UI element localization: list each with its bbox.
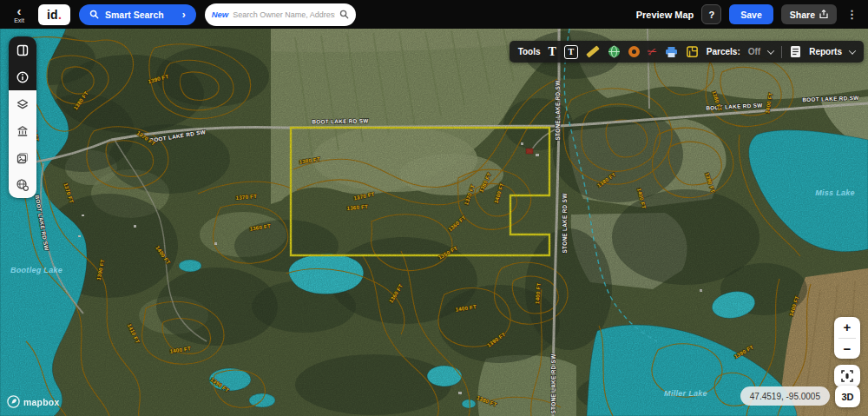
- search-box[interactable]: New: [205, 3, 356, 26]
- focus-icon: [841, 370, 853, 382]
- map-canvas[interactable]: BOOT LAKE RD SW BOOT LAKE RD SW BOOT LAK…: [0, 29, 868, 416]
- logo-dot: .: [58, 8, 62, 22]
- share-button[interactable]: Share: [781, 4, 837, 24]
- left-sidebar: [9, 36, 36, 198]
- zoom-out-button[interactable]: −: [834, 339, 860, 360]
- road-label: STONE LAKE RD SW: [550, 353, 556, 414]
- search-icon: [339, 10, 349, 19]
- text-tool-icon[interactable]: T: [549, 45, 556, 59]
- back-chevron-icon: ‹: [17, 6, 22, 17]
- sidebar-item-courthouse[interactable]: [9, 117, 36, 144]
- reports-icon[interactable]: [790, 45, 801, 58]
- save-button[interactable]: Save: [729, 4, 773, 24]
- chevron-down-icon[interactable]: [849, 47, 856, 54]
- mapbox-wordmark: mapbox: [23, 397, 59, 407]
- parcels-label[interactable]: Parcels:: [707, 47, 740, 56]
- road-label: STONE LAKE RD SW: [555, 80, 561, 141]
- preview-map-label: Preview Map: [636, 10, 694, 20]
- sidebar-item-basemap[interactable]: [9, 171, 36, 198]
- sidebar-item-panel[interactable]: [9, 36, 36, 63]
- globe-settings-icon: [16, 178, 30, 192]
- tools-label: Tools: [518, 47, 541, 56]
- help-button[interactable]: ?: [701, 4, 721, 24]
- search-icon: [89, 10, 99, 19]
- buffer-tool-icon[interactable]: [628, 46, 640, 57]
- info-icon: [16, 70, 30, 84]
- toolbar-divider: [781, 46, 782, 58]
- lake-label: Bootleg Lake: [10, 266, 62, 274]
- lake-label: Miller Lake: [664, 389, 707, 398]
- top-bar: ‹ Exit id. Smart Search › New Preview Ma…: [0, 0, 868, 29]
- cut-tool-icon[interactable]: ✂: [646, 44, 659, 60]
- reports-label[interactable]: Reports: [809, 47, 842, 56]
- app-window: BOOT LAKE RD SW BOOT LAKE RD SW BOOT LAK…: [0, 0, 868, 416]
- sidebar-item-imagery[interactable]: [9, 144, 36, 171]
- map-toolbar: Tools T T ✂ Parcels: Off Reports: [510, 41, 864, 63]
- sidebar-item-info[interactable]: [9, 63, 36, 90]
- mapbox-attribution[interactable]: mapbox: [7, 395, 59, 408]
- parcels-state[interactable]: Off: [748, 47, 760, 56]
- sidebar-item-layers[interactable]: [9, 90, 36, 117]
- road-label: STONE LAKE RD SW: [562, 193, 568, 254]
- courthouse-icon: [16, 124, 30, 138]
- 3d-toggle-button[interactable]: 3D: [835, 386, 860, 407]
- layers-icon: [16, 97, 30, 111]
- lake-label: Miss Lake: [815, 188, 855, 197]
- panel-layout-icon: [16, 43, 30, 57]
- chevron-right-icon: ›: [182, 9, 186, 21]
- app-logo[interactable]: id.: [38, 4, 70, 25]
- zoom-control: + −: [834, 317, 860, 359]
- chevron-down-icon[interactable]: [767, 47, 774, 54]
- recenter-button[interactable]: [834, 365, 860, 387]
- more-menu-icon[interactable]: ⋮: [845, 8, 859, 21]
- smart-search-button[interactable]: Smart Search ›: [79, 4, 196, 25]
- measure-tool-icon[interactable]: [586, 50, 600, 54]
- image-icon: [16, 151, 30, 165]
- label-tool-icon[interactable]: T: [564, 45, 578, 59]
- exit-label: Exit: [14, 17, 24, 23]
- new-badge: New: [212, 10, 229, 19]
- web-map-tool-icon[interactable]: [608, 45, 621, 58]
- parcels-icon[interactable]: [686, 45, 699, 58]
- mapbox-icon: [7, 395, 20, 408]
- coordinates-readout: 47.4519, -95.0005: [740, 386, 830, 406]
- print-tool-icon[interactable]: [665, 46, 678, 58]
- search-input[interactable]: [233, 10, 334, 19]
- share-icon: [819, 10, 828, 19]
- exit-button[interactable]: ‹ Exit: [9, 6, 30, 23]
- road-label: BOOT LAKE RD SW: [312, 117, 369, 124]
- zoom-in-button[interactable]: +: [834, 317, 860, 338]
